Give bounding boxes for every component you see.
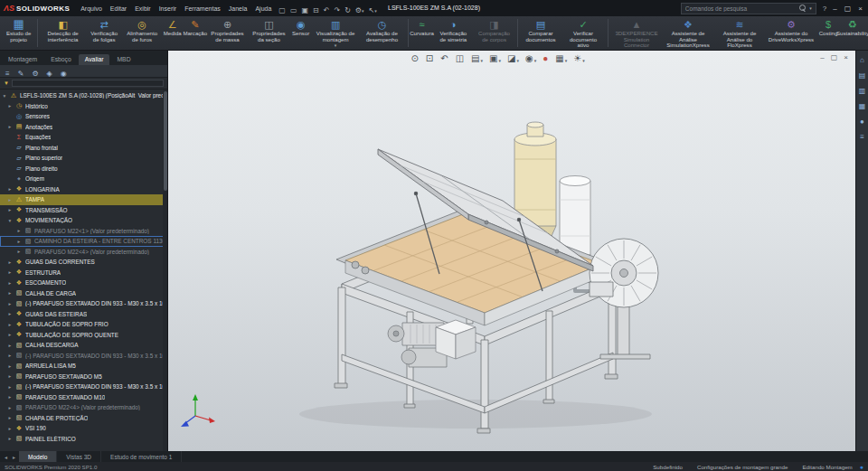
rebuild-button[interactable]: ↻ (344, 0, 351, 16)
file-explorer-icon[interactable]: ▥ (859, 87, 866, 95)
tree-item[interactable]: ▸ ▧ (-) PARAFUSO SEXTAVADO DIN 933 - M30… (0, 298, 167, 309)
tree-scrollbar-thumb[interactable] (164, 91, 167, 191)
design-library-icon[interactable]: ▤ (859, 71, 866, 80)
ring-blower[interactable] (590, 239, 658, 359)
tree-item[interactable]: ▸ ❖ GUIAS DAS ESTEIRAS (0, 309, 167, 320)
tree-item[interactable]: ▸ ❖ TUBULAÇÃO DE SOPRO QUENTE (0, 330, 167, 341)
mass-properties-button[interactable]: ⊕ Propriedades de massa (207, 17, 248, 49)
menu-item[interactable]: Ferramentas (184, 5, 221, 12)
tree-item[interactable]: ▸ ▧ PARAFUSO M22<4> (Valor predeterminad… (0, 247, 167, 258)
expand-arrow-icon[interactable]: ▸ (7, 343, 13, 348)
viewport-minimize-icon[interactable]: – (820, 53, 824, 61)
tree-item[interactable]: ▸ ▧ (-) PARAFUSO SEXTAVADO DIN 933 - M30… (0, 351, 167, 362)
ribbon-button[interactable] (37, 19, 38, 47)
tree-item[interactable]: ⌖ Origem (0, 174, 167, 184)
expand-arrow-icon[interactable]: ▸ (7, 415, 13, 420)
options-button[interactable]: ⚙▾ (355, 0, 364, 16)
expand-arrow-icon[interactable]: ▸ (16, 239, 22, 244)
command-tab[interactable]: Avaliar (79, 54, 110, 65)
expand-arrow-icon[interactable]: ▸ (7, 197, 13, 203)
undo-button[interactable]: ↶ (324, 0, 330, 16)
expand-arrow-icon[interactable]: ▸ (7, 290, 13, 296)
expand-arrow-icon[interactable]: ▸ (7, 394, 13, 400)
command-search-box[interactable]: ▾ (681, 3, 816, 14)
clearance-verification-button[interactable]: ⇄ Verificação de folgas (86, 17, 123, 49)
document-tab[interactable]: Estudo de movimento 1 (101, 451, 182, 462)
expand-arrow-icon[interactable]: ▸ (7, 124, 13, 129)
design-study-button[interactable]: ▦ Estudo de projeto (3, 17, 34, 49)
tree-item[interactable]: ▸ ❖ GUIAS DAS CORRENTES (0, 257, 167, 268)
expand-arrow-icon[interactable]: ▸ (7, 259, 13, 265)
measure-button[interactable]: ∠ Medida (162, 17, 184, 49)
configurationmanager-tab-button[interactable]: ⚙ (32, 63, 38, 80)
expand-arrow-icon[interactable]: ▸ (7, 269, 13, 275)
expand-arrow-icon[interactable]: ▾ (2, 93, 7, 99)
interference-detection-button[interactable]: ◧ Detecção de interferência (41, 17, 85, 49)
expand-arrow-icon[interactable]: ▸ (7, 207, 13, 212)
expand-arrow-icon[interactable]: ▸ (7, 103, 13, 108)
sensor-button[interactable]: ◉ Sensor (290, 17, 312, 49)
curvature-button[interactable]: ≈ Curvatura (411, 17, 433, 49)
menu-item[interactable]: Inserir (159, 5, 176, 12)
tree-filter-input[interactable] (12, 80, 164, 87)
tree-item[interactable]: ▾ ⚠ LSFLS-100ES ZM S.A (02-1028) (Posiçã… (0, 90, 167, 101)
expand-arrow-icon[interactable]: ▸ (7, 373, 13, 379)
tree-item[interactable]: Σ Equações (0, 132, 167, 143)
tree-item[interactable]: ▸ ❖ ESTRUTURA (0, 268, 167, 278)
tree-item[interactable]: ▸ ▧ PAINEL ELÉTRICO (0, 434, 167, 445)
display-style-button[interactable]: ◪ ▾ (507, 53, 519, 63)
check-active-document-button[interactable]: ✓ Verificar documento ativo (561, 17, 605, 49)
machine-3d-model[interactable] (335, 122, 658, 433)
expand-arrow-icon[interactable]: ▸ (7, 436, 13, 441)
compare-documents-button[interactable]: ▤ Comparar documentos (521, 17, 561, 49)
redo-button[interactable]: ↷ (334, 0, 340, 16)
expand-arrow-icon[interactable]: ▸ (7, 426, 13, 431)
driveworksxpress-wizard-button[interactable]: ⚙ Assistente do DriveWorksXpress (766, 17, 816, 49)
print-button[interactable]: ⊟ (313, 0, 319, 16)
body-compare-button[interactable]: ◨ Comparação de corpos (474, 17, 514, 49)
tree-item[interactable]: ▸ ❖ TUBULAÇÃO DE SOPRO FRIO (0, 319, 167, 330)
sustainability-button[interactable]: ♻ Sustainability (840, 17, 865, 49)
tab-scroll-right-icon[interactable]: ▸ (11, 454, 17, 460)
zoom-to-fit-button[interactable]: ⊙ (410, 53, 419, 63)
document-tab[interactable]: Modelo (19, 451, 57, 462)
annotation-views-button[interactable]: ▤ ▾ (471, 53, 483, 63)
menu-item[interactable]: Ajuda (255, 5, 271, 12)
tree-item[interactable]: ▸ ▧ CAMINHO DA ESTEIRA - ENTRE CENTROS 1… (0, 236, 167, 247)
dropdown-caret-icon[interactable]: ▾ (534, 58, 537, 63)
viewport-restore-icon[interactable]: ▢ (831, 53, 838, 61)
maximize-icon[interactable]: ▢ (844, 5, 852, 13)
expand-arrow-icon[interactable]: ▸ (16, 228, 22, 233)
control-box[interactable] (436, 320, 476, 359)
custom-properties-icon[interactable]: ≡ (860, 133, 864, 141)
section-view-button[interactable]: ◫ (456, 53, 465, 63)
simulation-connector-button[interactable]: ▲ 3DEXPERIENCE Simulation Connector (611, 17, 662, 49)
viewport-close-icon[interactable]: × (844, 53, 848, 61)
open-document-button[interactable]: ▭ (290, 0, 297, 16)
zoom-to-area-button[interactable]: ⊡ (426, 53, 434, 63)
ribbon-button[interactable] (517, 19, 518, 47)
symmetry-check-button[interactable]: ◑ Verificação de simetria (434, 17, 474, 49)
view-orientation-button[interactable]: ▣ ▾ (489, 53, 501, 63)
displaymanager-tab-button[interactable]: ◉ (61, 63, 67, 80)
tab-scroll-left-icon[interactable]: ◂ (3, 454, 9, 460)
expand-arrow-icon[interactable]: ▸ (7, 332, 13, 337)
ribbon-button[interactable] (408, 19, 409, 47)
filter-funnel-icon[interactable]: ▼ (4, 80, 9, 86)
dimxpertmanager-tab-button[interactable]: ◈ (47, 63, 52, 80)
tree-item[interactable]: ▸ ▧ PARAFUSO SEXTAVADO M5 (0, 372, 167, 382)
tree-item[interactable]: ▾ ❖ MOVIMENTAÇÃO (0, 215, 167, 226)
tree-item[interactable]: ▸ ▧ PARAFUSO SEXTAVADO M10 (0, 392, 167, 403)
markup-button[interactable]: ✎ Marcação (184, 17, 206, 49)
expand-arrow-icon[interactable]: ▸ (16, 249, 22, 254)
new-document-button[interactable]: ▢ (278, 0, 286, 16)
tree-item[interactable]: ▸ ❖ LONGARINA (0, 184, 167, 195)
menu-item[interactable]: Janela (229, 5, 248, 12)
hide-show-items-button[interactable]: ◉ ▾ (525, 53, 536, 63)
tree-item[interactable]: ▸ ▧ PARAFUSO M22<1> (Valor predeterminad… (0, 226, 167, 237)
search-caret-icon[interactable]: ▾ (809, 5, 812, 11)
tree-item[interactable]: ▸ ▤ Anotações (0, 122, 167, 133)
tree-item[interactable]: ◎ Sensores (0, 111, 167, 122)
tree-item[interactable]: ▸ ❖ TRANSMISSÃO (0, 205, 167, 216)
view-palette-icon[interactable]: ▦ (859, 102, 866, 110)
